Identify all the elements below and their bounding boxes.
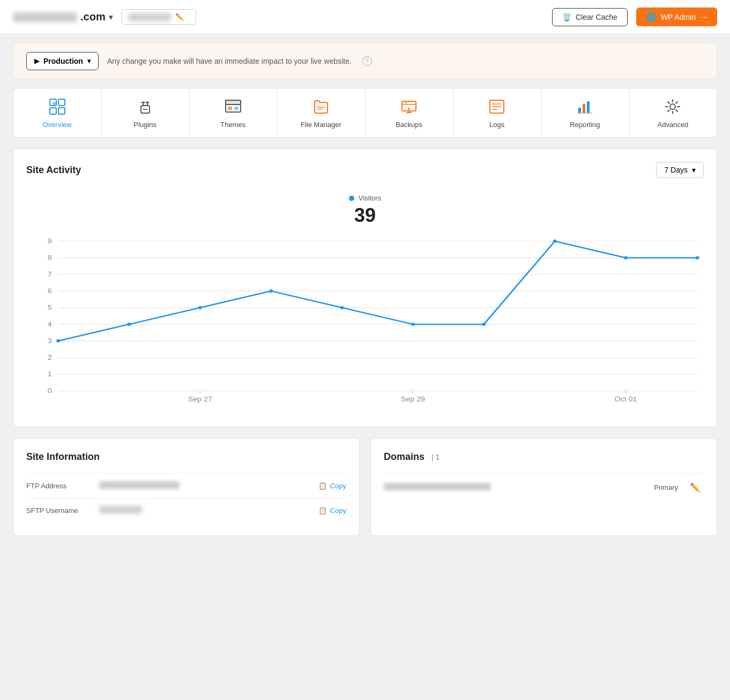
tab-overview-label: Overview bbox=[42, 121, 71, 129]
environment-chevron-icon: ▾ bbox=[87, 57, 91, 65]
domain-blurred bbox=[13, 12, 77, 22]
svg-text:Sep 29: Sep 29 bbox=[401, 396, 425, 403]
sftp-copy-icon: 📋 bbox=[318, 507, 327, 515]
ftp-copy-label: Copy bbox=[330, 482, 346, 490]
clear-cache-icon: 🗑️ bbox=[562, 13, 571, 21]
svg-text:3: 3 bbox=[48, 337, 52, 345]
site-activity-header: Site Activity 7 Days ▾ bbox=[26, 162, 704, 178]
reporting-icon bbox=[575, 97, 594, 116]
tab-logs[interactable]: Logs bbox=[453, 88, 541, 137]
svg-rect-1 bbox=[58, 99, 65, 106]
sftp-copy-button[interactable]: 📋 Copy bbox=[318, 507, 346, 515]
svg-rect-3 bbox=[58, 108, 65, 114]
ftp-address-value bbox=[99, 481, 310, 490]
site-information-title: Site Information bbox=[26, 451, 346, 463]
tab-file-manager[interactable]: File Manager bbox=[277, 88, 365, 137]
site-name-input[interactable]: ✏️ bbox=[121, 9, 196, 25]
domain-edit-button[interactable]: ✏️ bbox=[687, 481, 704, 494]
themes-icon bbox=[224, 97, 243, 116]
svg-text:0: 0 bbox=[48, 387, 52, 394]
header: .com ▾ ✏️ 🗑️ Clear Cache 🌐 WP Admin → bbox=[0, 0, 730, 34]
svg-rect-26 bbox=[587, 101, 590, 113]
tab-themes-label: Themes bbox=[220, 121, 245, 129]
svg-rect-2 bbox=[50, 108, 56, 114]
domains-card: Domains | 1 Primary ✏️ bbox=[370, 438, 717, 536]
legend-dot bbox=[349, 196, 354, 201]
svg-text:2: 2 bbox=[48, 354, 52, 361]
domain-suffix: .com bbox=[80, 11, 106, 23]
tab-reporting[interactable]: Reporting bbox=[541, 88, 629, 137]
sftp-copy-label: Copy bbox=[330, 507, 346, 515]
wp-icon: 🌐 bbox=[646, 12, 657, 22]
environment-button[interactable]: ▶ Production ▾ bbox=[26, 52, 99, 70]
environment-label: Production bbox=[43, 57, 83, 65]
tab-backups[interactable]: Backups bbox=[366, 88, 453, 137]
tab-advanced[interactable]: Advanced bbox=[629, 88, 717, 137]
tab-backups-label: Backups bbox=[396, 121, 422, 129]
tab-themes[interactable]: Themes bbox=[189, 88, 277, 137]
svg-text:7: 7 bbox=[48, 271, 52, 278]
svg-text:Oct 01: Oct 01 bbox=[614, 396, 637, 403]
nav-tabs: Overview Plugins Themes bbox=[13, 88, 717, 138]
site-name-blurred bbox=[128, 13, 171, 21]
tab-plugins-label: Plugins bbox=[133, 121, 157, 129]
chart-legend: Visitors bbox=[26, 194, 704, 202]
chart-container: Visitors 39 bbox=[26, 189, 704, 414]
svg-point-55 bbox=[482, 323, 486, 326]
primary-badge: Primary bbox=[654, 483, 678, 492]
file-manager-icon bbox=[311, 97, 331, 116]
svg-rect-25 bbox=[583, 104, 585, 113]
days-chevron-icon: ▾ bbox=[692, 166, 696, 174]
edit-pencil-icon[interactable]: ✏️ bbox=[175, 13, 184, 21]
tab-advanced-label: Advanced bbox=[658, 121, 689, 129]
svg-point-28 bbox=[670, 104, 675, 109]
days-label: 7 Days bbox=[664, 166, 688, 174]
svg-point-58 bbox=[695, 256, 699, 259]
site-activity-title: Site Activity bbox=[26, 165, 81, 176]
legend-label: Visitors bbox=[359, 194, 381, 202]
wp-admin-button[interactable]: 🌐 WP Admin → bbox=[636, 8, 717, 26]
environment-banner: ▶ Production ▾ Any change you make will … bbox=[13, 43, 717, 79]
sftp-username-row: SFTP Username 📋 Copy bbox=[26, 498, 346, 523]
copy-icon: 📋 bbox=[318, 482, 327, 490]
svg-point-50 bbox=[127, 323, 131, 326]
domain-display: .com ▾ bbox=[13, 11, 113, 23]
wp-admin-label: WP Admin bbox=[661, 13, 696, 21]
svg-text:6: 6 bbox=[48, 287, 52, 295]
tab-overview[interactable]: Overview bbox=[13, 88, 101, 137]
tab-plugins[interactable]: Plugins bbox=[101, 88, 189, 137]
svg-text:5: 5 bbox=[48, 304, 52, 311]
svg-point-52 bbox=[269, 289, 273, 293]
svg-text:Sep 27: Sep 27 bbox=[188, 396, 212, 403]
svg-point-49 bbox=[56, 339, 60, 342]
site-activity-card: Site Activity 7 Days ▾ Visitors 39 bbox=[13, 148, 717, 427]
logs-icon bbox=[487, 97, 506, 116]
chart-svg: 0 1 2 3 4 5 6 7 8 9 bbox=[26, 235, 704, 408]
days-select-button[interactable]: 7 Days ▾ bbox=[656, 162, 704, 178]
svg-point-57 bbox=[624, 256, 628, 259]
domain-chevron-icon[interactable]: ▾ bbox=[109, 13, 113, 21]
ftp-address-row: FTP Address 📋 Copy bbox=[26, 473, 346, 498]
site-information-card: Site Information FTP Address 📋 Copy SFTP… bbox=[13, 438, 360, 536]
tab-logs-label: Logs bbox=[489, 121, 504, 129]
wp-admin-arrow-icon: → bbox=[700, 13, 707, 21]
svg-rect-13 bbox=[228, 107, 232, 110]
clear-cache-button[interactable]: 🗑️ Clear Cache bbox=[552, 8, 628, 26]
banner-message: Any change you make will have an immedia… bbox=[107, 57, 352, 65]
advanced-icon bbox=[663, 97, 682, 116]
svg-point-51 bbox=[198, 306, 202, 309]
svg-point-53 bbox=[340, 306, 344, 309]
info-icon[interactable]: ? bbox=[362, 56, 372, 66]
ftp-address-label: FTP Address bbox=[26, 482, 91, 490]
svg-point-56 bbox=[553, 240, 557, 243]
svg-text:9: 9 bbox=[48, 237, 52, 245]
svg-point-54 bbox=[411, 323, 415, 326]
clear-cache-label: Clear Cache bbox=[576, 13, 617, 21]
svg-rect-12 bbox=[226, 100, 241, 105]
tab-file-manager-label: File Manager bbox=[301, 121, 341, 129]
svg-text:4: 4 bbox=[48, 321, 52, 328]
domain-row: Primary ✏️ bbox=[384, 473, 704, 501]
domains-count: | 1 bbox=[431, 453, 440, 461]
sftp-username-label: SFTP Username bbox=[26, 507, 91, 515]
ftp-copy-button[interactable]: 📋 Copy bbox=[318, 482, 346, 490]
